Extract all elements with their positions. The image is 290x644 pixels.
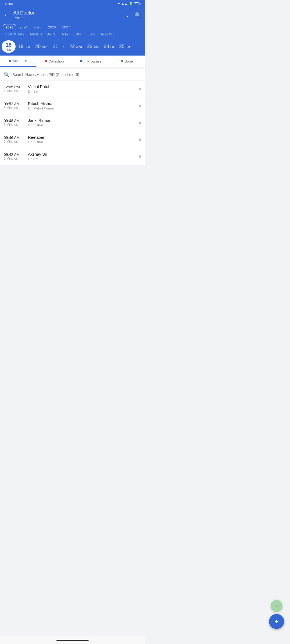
- time-main: 09:46 AM: [4, 136, 25, 140]
- dropdown-icon[interactable]: ⌄: [125, 12, 130, 18]
- day-number: 19: [18, 44, 24, 49]
- doctor-name: Dr. Self: [28, 89, 137, 93]
- schedule-status-dot: [139, 122, 141, 124]
- day-name: Wed: [76, 45, 82, 49]
- tab-in-progress[interactable]: In Progress: [73, 56, 109, 67]
- day-name: Fri: [110, 45, 114, 49]
- schedule-status-dot: [139, 88, 141, 90]
- schedule-info: Janki Ramani Dr. Vishal: [25, 118, 137, 127]
- patient-name: Janki Ramani: [28, 118, 137, 123]
- month-item-february[interactable]: FEBRUARY: [3, 31, 27, 37]
- app-subtitle: Pro lab: [13, 16, 121, 20]
- tab-schedule[interactable]: Schedule: [0, 56, 36, 67]
- search-header-icon[interactable]: 🔍: [135, 12, 141, 18]
- search-icon: 🔍: [4, 72, 10, 78]
- tab-label: Schedule: [13, 59, 27, 63]
- tab-done[interactable]: Done: [109, 56, 145, 67]
- back-button[interactable]: ←: [4, 12, 10, 19]
- day-item-19[interactable]: 19 Sun: [16, 42, 32, 51]
- day-item-22[interactable]: 22 Wed: [67, 42, 85, 51]
- schedule-item[interactable]: 09:42 AM 5 Minutes Akshay Sir Dr. Ami: [0, 148, 145, 165]
- tab-dot: [80, 60, 82, 62]
- time-main: 12:05 PM: [4, 85, 25, 89]
- time-main: 09:48 AM: [4, 119, 25, 123]
- tab-collection[interactable]: Collection: [36, 56, 73, 67]
- tab-label: Collection: [48, 59, 64, 63]
- month-row: FEBRUARYMARCHAPRILMAYJUNEJULYAUGUST: [0, 31, 145, 39]
- time-duration: 5 Minutes: [4, 140, 25, 144]
- day-item-24[interactable]: 24 Fri: [101, 42, 116, 51]
- schedule-status-dot: [139, 138, 141, 141]
- battery-percent: 77%: [134, 2, 141, 6]
- month-item-july[interactable]: JULY: [85, 32, 98, 37]
- status-time: 12:05: [4, 2, 13, 6]
- signal-icon: ▲▲: [121, 2, 128, 6]
- tab-dot: [9, 60, 11, 62]
- day-number: 18: [6, 42, 12, 48]
- day-number: 21: [53, 44, 58, 49]
- doctor-name: Dr. Mehul Kumar: [28, 106, 137, 110]
- month-item-june[interactable]: JUNE: [71, 32, 85, 37]
- tab-label: Done: [124, 59, 133, 63]
- header-icons: ⌄ 🔍: [125, 12, 141, 18]
- schedule-status-dot: [139, 155, 141, 158]
- day-name: Tue: [59, 45, 64, 49]
- doctor-name: Dr. Vishal: [28, 140, 137, 144]
- year-item-2026[interactable]: 2026: [45, 24, 59, 30]
- status-icons: ▾ ▲▲ 🔋 77%: [118, 2, 141, 6]
- day-item-25[interactable]: 25 Sat: [117, 42, 133, 51]
- time-main: 09:42 AM: [4, 152, 25, 157]
- day-item-21[interactable]: 21 Tue: [50, 42, 67, 51]
- schedule-info: Ritesh Mishra Dr. Mehul Kumar: [25, 101, 137, 110]
- schedule-time: 09:46 AM 5 Minutes: [4, 136, 25, 144]
- patient-name: Vishal Patel: [28, 84, 137, 89]
- schedule-time: 09:48 AM 5 Minutes: [4, 119, 25, 127]
- schedule-item[interactable]: 09:46 AM 5 Minutes Reetaben . Dr. Vishal: [0, 131, 145, 148]
- doctor-name: Dr. Ami: [28, 157, 137, 161]
- schedule-time: 09:52 AM 5 Minutes: [4, 102, 25, 110]
- day-name: Sat: [125, 45, 130, 49]
- wifi-icon: ▾: [118, 2, 120, 6]
- tab-dot: [45, 60, 47, 62]
- day-number: 25: [119, 44, 125, 49]
- header: ← All Doctor Pro lab ⌄ 🔍: [0, 8, 145, 23]
- day-number: 24: [104, 44, 109, 49]
- patient-name: Akshay Sir: [28, 152, 137, 156]
- month-item-may[interactable]: MAY: [59, 32, 71, 37]
- battery-icon: 🔋: [129, 2, 133, 6]
- month-item-march[interactable]: MARCH: [27, 32, 45, 37]
- header-title: All Doctor Pro lab: [13, 10, 121, 20]
- day-number: 23: [87, 44, 93, 49]
- doctor-name: Dr. Vishal: [28, 123, 137, 127]
- tab-bar: Schedule Collection In Progress Done: [0, 56, 145, 67]
- time-duration: 5 Minutes: [4, 123, 25, 127]
- day-item-23[interactable]: 23 Thu: [85, 42, 102, 51]
- time-duration: 5 Minutes: [4, 106, 25, 110]
- year-item-2024[interactable]: 2024: [16, 24, 31, 30]
- search-bar: 🔍: [0, 69, 145, 80]
- schedule-info: Vishal Patel Dr. Self: [25, 84, 137, 93]
- day-row: 18 Sat19 Sun20 Mon21 Tue22 Wed23 Thu24 F…: [0, 39, 145, 56]
- schedule-item[interactable]: 09:48 AM 5 Minutes Janki Ramani Dr. Vish…: [0, 114, 145, 131]
- day-item-18[interactable]: 18 Sat: [2, 40, 16, 53]
- schedule-info: Reetaben . Dr. Vishal: [25, 135, 137, 144]
- app-title: All Doctor: [13, 10, 121, 16]
- schedule-time: 12:05 PM 5 Minutes: [4, 85, 25, 93]
- day-item-20[interactable]: 20 Mon: [32, 42, 50, 51]
- time-duration: 5 Minutes: [4, 157, 25, 160]
- year-item-2027[interactable]: 2027: [59, 24, 73, 30]
- schedule-time: 09:42 AM 5 Minutes: [4, 152, 25, 160]
- month-item-april[interactable]: APRIL: [45, 32, 59, 37]
- tab-dot: [121, 60, 123, 62]
- day-number: 20: [35, 44, 41, 49]
- schedule-info: Akshay Sir Dr. Ami: [25, 152, 137, 161]
- status-bar: 12:05 ▾ ▲▲ 🔋 77%: [0, 0, 145, 8]
- search-input[interactable]: [12, 72, 141, 77]
- year-item-2025[interactable]: 2025: [31, 24, 45, 30]
- month-item-august[interactable]: AUGUST: [98, 32, 117, 37]
- schedule-item[interactable]: 09:52 AM 5 Minutes Ritesh Mishra Dr. Meh…: [0, 97, 145, 114]
- schedule-item[interactable]: 12:05 PM 5 Minutes Vishal Patel Dr. Self: [0, 80, 145, 97]
- year-item-2023[interactable]: 2023: [3, 24, 16, 30]
- patient-name: Reetaben .: [28, 135, 137, 140]
- patient-name: Ritesh Mishra: [28, 101, 137, 106]
